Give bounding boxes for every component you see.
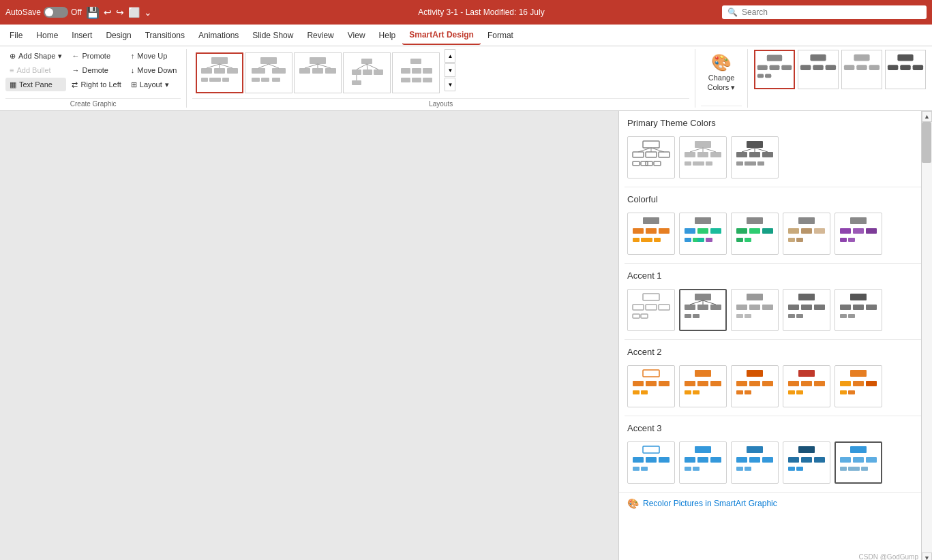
menu-review[interactable]: Review [300,27,340,44]
style-svg-3 [842,52,882,87]
move-up-button[interactable]: ↑ Move Up [127,49,181,63]
svg-rect-163 [659,381,670,386]
layout-scroll-expand[interactable]: ▼ [445,78,455,91]
layout-thumb-4[interactable] [343,52,391,93]
dropdown-scrollbar[interactable]: ▲ ▼ [921,111,932,560]
svg-rect-113 [736,238,743,242]
move-up-icon: ↑ [131,52,135,60]
color-thumb-a2-3[interactable] [731,365,779,407]
color-thumb-a3-3[interactable] [731,441,779,484]
color-thumb-pt-2[interactable] [679,136,727,178]
svg-rect-112 [762,228,773,234]
layout-scroll-up[interactable]: ▲ [445,49,455,63]
color-svg-a3-3 [734,445,775,480]
svg-rect-66 [646,161,652,166]
style-thumb-selected[interactable] [754,50,795,89]
color-thumb-a3-2[interactable] [679,441,727,484]
color-thumb-col-4[interactable] [783,213,830,255]
autosave-toggle[interactable] [44,7,68,18]
style-thumb-4[interactable] [885,50,926,89]
svg-rect-135 [697,305,708,310]
layout-button[interactable]: ⊞ Layout ▾ [127,78,181,91]
create-graphic-label: Create Graphic [5,98,181,108]
svg-rect-210 [801,457,812,463]
layout-thumb-3[interactable] [294,52,342,93]
svg-rect-56 [897,55,913,61]
style-thumb-3[interactable] [841,50,882,89]
canvas-area[interactable] [0,111,618,560]
svg-rect-40 [412,78,421,82]
layout-thumb-1[interactable] [196,52,243,93]
scroll-track[interactable] [922,122,932,553]
accent1-title: Accent 1 [619,264,932,285]
color-thumb-col-3[interactable] [731,213,779,255]
menu-help[interactable]: Help [372,27,403,44]
scroll-down-arrow[interactable]: ▼ [922,553,932,560]
menu-transitions[interactable]: Transitions [138,27,192,44]
add-shape-chevron[interactable]: ▾ [58,52,62,61]
layout-thumb-5[interactable] [392,52,440,93]
change-colors-button[interactable]: 🎨 Change Colors ▾ [701,49,742,96]
add-bullet-button[interactable]: ≡ Add Bullet [5,63,66,77]
color-thumb-col-5[interactable] [835,213,882,255]
color-thumb-a2-1[interactable] [627,365,675,407]
color-svg-col-1 [631,216,672,251]
move-down-label: Move Down [137,66,177,74]
search-box[interactable]: 🔍 [722,5,927,19]
quick-access-icon[interactable]: ⌄ [144,7,152,18]
demote-button[interactable]: → Demote [67,63,125,77]
color-thumb-pt-1[interactable] [627,136,675,178]
style-thumb-2[interactable] [798,50,839,89]
svg-rect-72 [685,152,695,157]
svg-rect-182 [788,390,795,394]
search-input[interactable] [742,7,921,17]
text-pane-button[interactable]: ▦ Text Pane [5,78,66,91]
color-thumb-a1-4[interactable] [783,289,830,331]
menu-home[interactable]: Home [29,27,65,44]
menu-slideshow[interactable]: Slide Show [245,27,300,44]
svg-rect-129 [646,305,657,310]
layout-thumb-2[interactable] [245,52,292,93]
color-thumb-col-2[interactable] [679,213,727,255]
color-thumb-pt-3[interactable] [731,136,779,178]
undo-icon[interactable]: ↩ [104,7,112,18]
color-thumb-col-1[interactable] [627,213,675,255]
color-svg-a1-5 [838,292,879,328]
layout-chevron[interactable]: ▾ [165,80,169,89]
promote-button[interactable]: ← Promote [67,49,125,63]
present-icon[interactable]: ⬜ [128,7,140,18]
scroll-thumb[interactable] [922,122,931,163]
recolor-label: Recolor Pictures in SmartArt Graphic [643,499,777,508]
menu-smartart[interactable]: SmartArt Design [402,26,481,45]
color-thumb-a3-1[interactable] [627,441,675,484]
menu-insert[interactable]: Insert [65,27,99,44]
add-shape-button[interactable]: ⊕ Add Shape ▾ [5,49,66,63]
save-icon[interactable]: 💾 [86,6,100,19]
scroll-up-arrow[interactable]: ▲ [922,111,932,122]
menu-file[interactable]: File [3,27,29,44]
svg-rect-154 [850,294,867,300]
color-thumb-a3-5[interactable] [835,441,882,484]
color-thumb-a1-2[interactable] [679,289,727,331]
move-down-button[interactable]: ↓ Move Down [127,63,181,77]
menu-design[interactable]: Design [99,27,138,44]
color-thumb-a1-1[interactable] [627,289,675,331]
layout-scroll-down[interactable]: ▼ [445,63,455,77]
svg-rect-207 [745,467,751,471]
color-thumb-a1-3[interactable] [731,289,779,331]
color-thumb-a2-5[interactable] [835,365,882,407]
color-thumb-a2-4[interactable] [783,365,830,407]
svg-rect-189 [848,390,855,394]
right-to-left-button[interactable]: ⇄ Right to Left [67,78,125,91]
menu-view[interactable]: View [341,27,372,44]
color-thumb-a2-2[interactable] [679,365,727,407]
color-thumb-a3-4[interactable] [783,441,830,484]
svg-rect-64 [633,161,640,166]
color-thumb-a1-5[interactable] [835,289,882,331]
menu-format[interactable]: Format [481,27,520,44]
redo-icon[interactable]: ↪ [116,7,124,18]
color-svg-a3-4 [786,445,827,480]
menu-animations[interactable]: Animations [192,27,245,44]
layout-scroll-buttons: ▲ ▼ ▼ [445,49,455,91]
recolor-footer[interactable]: 🎨 Recolor Pictures in SmartArt Graphic [619,492,932,514]
